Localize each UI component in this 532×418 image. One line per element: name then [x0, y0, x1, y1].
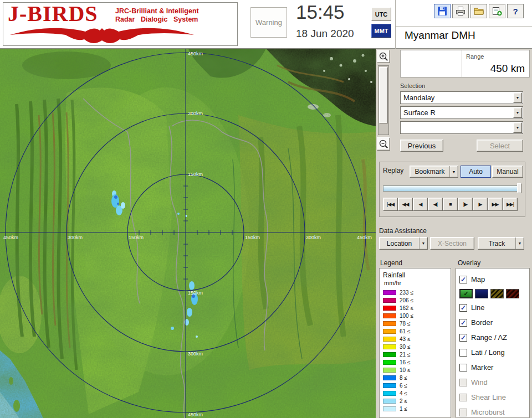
legend-color-swatch [383, 344, 396, 349]
help-icon: ? [513, 7, 518, 16]
logo-tagline-2: Radar Dialogic System [115, 16, 199, 24]
legend-panel: Rainfall mm/hr 233 ≤206 ≤162 ≤100 ≤78 ≤6… [379, 268, 451, 418]
legend-row: 1 ≤ [383, 405, 451, 412]
help-button[interactable]: ? [507, 4, 524, 18]
legend-row-label: 162 ≤ [400, 305, 413, 311]
replay-slider[interactable] [383, 183, 521, 193]
product-dropdown[interactable]: Surface R ▼ [400, 106, 523, 119]
map-canvas: 450km 300km 150km 150km 300km 450km 450k… [0, 49, 376, 418]
replay-slider-thumb[interactable] [517, 183, 521, 193]
zoom-out-button[interactable] [377, 137, 390, 151]
legend-row: 4 ≤ [383, 389, 451, 397]
fast-rewind-button[interactable]: ◀◀ [398, 198, 413, 211]
range-ring-label: 450km [357, 235, 372, 240]
terrain-green-swatch[interactable]: ✓ [459, 289, 473, 298]
checkbox[interactable]: ✓ [459, 319, 467, 327]
extra-dropdown[interactable]: ▼ [400, 121, 523, 134]
jbirds-logo: J-BIRDS JRC-Brilliant & Intelligent Rada… [3, 2, 238, 46]
chevron-down-icon[interactable]: ▼ [419, 238, 427, 249]
legend-row-label: 1 ≤ [400, 406, 407, 412]
overlay-item-range-az[interactable]: ✓Range / AZ [459, 330, 529, 345]
track-button[interactable]: Track ▼ [478, 237, 524, 250]
overlay-label: Overlay [458, 259, 480, 267]
legend-label: Legend [380, 259, 402, 267]
bookmark-button[interactable]: Bookmark ▼ [410, 166, 458, 178]
step-back-button[interactable]: ◀| [428, 198, 443, 211]
olive-swatch[interactable] [490, 289, 504, 298]
chevron-down-icon[interactable]: ▼ [515, 238, 524, 249]
site-dropdown[interactable]: Mandalay ▼ [400, 91, 523, 104]
overlay-item-shear-line: Shear Line [459, 390, 529, 405]
skip-to-end-button[interactable]: ▶▶| [503, 198, 518, 211]
legend-row-label: 100 ≤ [400, 313, 413, 319]
zoom-slider-thumb[interactable] [379, 67, 388, 123]
replay-slider-track[interactable] [383, 185, 521, 192]
legend-row: 162 ≤ [383, 304, 451, 312]
auto-mode-button[interactable]: Auto [461, 166, 491, 178]
radar-map[interactable]: 450km 300km 150km 150km 300km 450km 450k… [0, 49, 376, 418]
checkbox[interactable]: ✓ [459, 334, 467, 342]
mmt-toggle-button[interactable]: MMT [371, 24, 391, 38]
range-ring-label: 300km [306, 235, 321, 240]
overlay-item-map[interactable]: ✓Map [459, 272, 529, 287]
play-reverse-button[interactable]: ◀ [413, 198, 428, 211]
skip-to-start-button[interactable]: |◀◀ [383, 198, 398, 211]
logo-title: J-BIRDS [8, 1, 98, 27]
map-style-row: ✓ [459, 287, 529, 300]
control-panel: Range 450 km Selection Mandalay ▼ Surfac… [376, 49, 532, 418]
zoom-in-icon [378, 51, 388, 61]
chevron-down-icon[interactable]: ▼ [513, 107, 522, 118]
legend-row: 78 ≤ [383, 319, 451, 327]
zoom-slider-track[interactable] [378, 65, 389, 135]
legend-row-label: 30 ≤ [400, 344, 410, 350]
dark-red-swatch[interactable] [506, 289, 519, 298]
location-button[interactable]: Location ▼ [379, 237, 428, 250]
site-dropdown-value: Mandalay [403, 94, 434, 102]
legend-row-label: 4 ≤ [400, 390, 407, 396]
utc-toggle-button[interactable]: UTC [371, 7, 391, 21]
overlay-item-border[interactable]: ✓Border [459, 315, 529, 330]
legend-row-label: 6 ≤ [400, 383, 407, 389]
export-icon [492, 6, 503, 17]
navy-swatch[interactable] [475, 289, 488, 298]
chevron-down-icon[interactable]: ▼ [513, 122, 522, 133]
warning-button[interactable]: Warning [250, 7, 287, 38]
range-label: Range [466, 53, 484, 60]
fast-forward-button[interactable]: ▶▶ [488, 198, 503, 211]
step-forward-button[interactable]: |▶ [458, 198, 473, 211]
overlay-item-lati-long[interactable]: Lati / Long [459, 345, 529, 360]
overlay-item-label: Microburst [471, 408, 505, 416]
overlay-item-marker[interactable]: Marker [459, 360, 529, 375]
checkbox[interactable] [459, 364, 467, 371]
range-ring-label: 300km [68, 235, 83, 240]
range-ring-label: 150km [245, 235, 260, 240]
legend-row: 100 ≤ [383, 312, 451, 319]
legend-row: 30 ≤ [383, 343, 451, 350]
stop-button[interactable]: ■ [443, 198, 458, 211]
range-ring-label: 450km [188, 412, 203, 417]
zoom-controls [376, 49, 391, 155]
previous-button[interactable]: Previous [400, 140, 443, 152]
checkbox[interactable]: ✓ [459, 276, 467, 283]
xsection-button[interactable]: X-Section [430, 237, 474, 250]
legend-color-swatch [383, 368, 396, 373]
save-button[interactable] [434, 4, 451, 18]
export-button[interactable] [489, 4, 505, 18]
zoom-in-button[interactable] [377, 50, 390, 63]
overlay-panel: ✓Map✓✓Line✓Border✓Range / AZLati / LongM… [456, 268, 530, 418]
overlay-item-line[interactable]: ✓Line [459, 300, 529, 315]
select-button[interactable]: Select [477, 140, 523, 152]
open-folder-button[interactable] [470, 4, 487, 18]
checkbox[interactable] [459, 349, 467, 357]
print-button[interactable] [452, 4, 469, 18]
zoom-out-icon [378, 139, 388, 149]
chevron-down-icon[interactable]: ▼ [449, 166, 458, 177]
legend-row-label: 2 ≤ [400, 398, 407, 404]
location-label: Location [380, 240, 419, 247]
chevron-down-icon[interactable]: ▼ [513, 92, 522, 103]
play-button[interactable]: ▶ [473, 198, 488, 211]
eagle-icon [8, 26, 196, 45]
range-ring-label: 150km [188, 290, 203, 296]
manual-mode-button[interactable]: Manual [492, 166, 523, 178]
checkbox[interactable]: ✓ [459, 304, 467, 312]
